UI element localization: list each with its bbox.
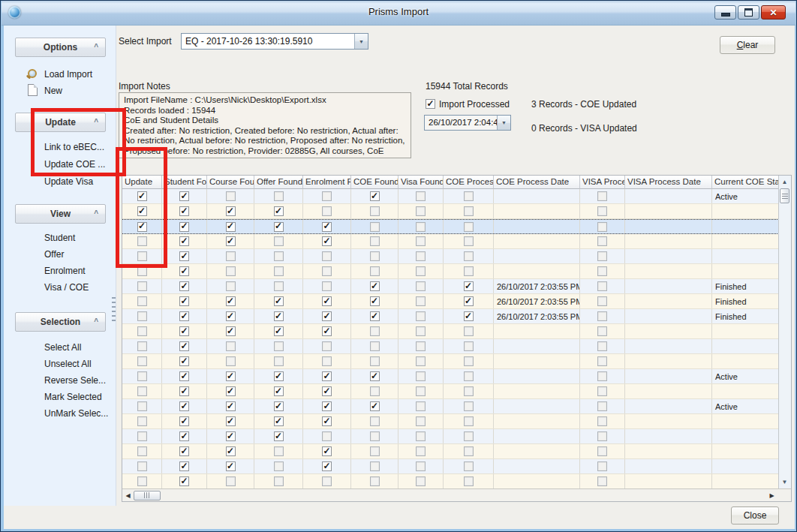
checkbox-student-found[interactable] (179, 281, 189, 291)
checkbox-course-found[interactable] (226, 401, 236, 411)
checkbox-coe-found[interactable] (370, 206, 380, 216)
column-header-update[interactable]: Update (122, 176, 162, 189)
checkbox-visa-processed[interactable] (597, 191, 607, 201)
checkbox-student-found[interactable] (179, 191, 189, 201)
checkbox-coe-found[interactable] (370, 281, 380, 291)
checkbox-enrolment-found[interactable] (322, 222, 332, 232)
table-row[interactable] (122, 354, 791, 369)
checkbox-coe-found[interactable] (370, 311, 380, 321)
checkbox-enrolment-found[interactable] (322, 251, 332, 261)
checkbox-visa-processed[interactable] (597, 416, 607, 426)
column-header-current-coe-status[interactable]: Current COE Status (712, 176, 780, 189)
checkbox-update[interactable] (137, 326, 147, 336)
checkbox-course-found[interactable] (226, 191, 236, 201)
sidebar-item-update-coe[interactable]: Update COE ... (44, 155, 116, 173)
checkbox-enrolment-found[interactable] (322, 386, 332, 396)
checkbox-student-found[interactable] (179, 431, 189, 441)
checkbox-student-found[interactable] (179, 326, 189, 336)
checkbox-offer-found[interactable] (274, 296, 284, 306)
vertical-scrollbar[interactable]: ▲ ▼ (778, 176, 791, 488)
column-header-coe-found[interactable]: COE Found (351, 176, 398, 189)
checkbox-coe-processed[interactable] (464, 416, 474, 426)
sidebar-item-load-import[interactable]: Load Import (44, 66, 116, 83)
column-header-visa-found[interactable]: Visa Found (398, 176, 444, 189)
checkbox-update[interactable] (137, 191, 147, 201)
sidebar-item-select-all[interactable]: Select All (44, 339, 116, 356)
checkbox-update[interactable] (137, 416, 147, 426)
checkbox-student-found[interactable] (179, 296, 189, 306)
checkbox-coe-found[interactable] (370, 446, 380, 456)
checkbox-coe-processed[interactable] (464, 356, 474, 366)
checkbox-visa-processed[interactable] (597, 311, 607, 321)
table-row[interactable] (122, 414, 791, 429)
checkbox-enrolment-found[interactable] (322, 266, 332, 276)
sidebar-item-offer[interactable]: Offer (44, 246, 116, 263)
checkbox-coe-found[interactable] (370, 386, 380, 396)
checkbox-update[interactable] (137, 311, 147, 321)
section-header-view[interactable]: View^ (15, 204, 106, 224)
checkbox-enrolment-found[interactable] (322, 311, 332, 321)
checkbox-update[interactable] (137, 266, 147, 276)
checkbox-coe-processed[interactable] (464, 476, 474, 486)
checkbox-coe-processed[interactable] (464, 251, 474, 261)
checkbox-course-found[interactable] (226, 431, 236, 441)
checkbox-student-found[interactable] (179, 371, 189, 381)
scroll-down-icon[interactable]: ▼ (779, 476, 790, 488)
checkbox-update[interactable] (137, 251, 147, 261)
checkbox-enrolment-found[interactable] (322, 461, 332, 471)
checkbox-visa-found[interactable] (416, 431, 426, 441)
checkbox-offer-found[interactable] (274, 236, 284, 246)
checkbox-enrolment-found[interactable] (322, 476, 332, 486)
checkbox-coe-processed[interactable] (464, 326, 474, 336)
table-row[interactable] (122, 324, 791, 339)
checkbox-update[interactable] (137, 386, 147, 396)
checkbox-visa-processed[interactable] (597, 281, 607, 291)
checkbox-visa-processed[interactable] (597, 206, 607, 216)
checkbox-course-found[interactable] (226, 341, 236, 351)
checkbox-offer-found[interactable] (274, 386, 284, 396)
checkbox-update[interactable] (137, 446, 147, 456)
checkbox-visa-processed[interactable] (597, 296, 607, 306)
checkbox-coe-found[interactable] (370, 326, 380, 336)
checkbox-student-found[interactable] (179, 416, 189, 426)
sidebar-item-mark-selected[interactable]: Mark Selected (44, 389, 116, 405)
close-button[interactable]: Close (731, 506, 779, 524)
checkbox-enrolment-found[interactable] (322, 281, 332, 291)
checkbox-visa-found[interactable] (416, 222, 426, 232)
checkbox-visa-found[interactable] (416, 341, 426, 351)
import-processed-checkbox[interactable] (426, 99, 435, 109)
checkbox-visa-processed[interactable] (597, 222, 607, 232)
checkbox-enrolment-found[interactable] (322, 206, 332, 216)
horizontal-scrollbar-thumb[interactable] (134, 491, 161, 500)
table-row[interactable]: 26/10/2017 2:03:55 PMFinished (122, 309, 791, 324)
checkbox-course-found[interactable] (226, 206, 236, 216)
checkbox-visa-processed[interactable] (597, 401, 607, 411)
checkbox-coe-processed[interactable] (464, 191, 474, 201)
checkbox-offer-found[interactable] (274, 476, 284, 486)
checkbox-visa-processed[interactable] (597, 326, 607, 336)
checkbox-visa-found[interactable] (416, 371, 426, 381)
checkbox-coe-processed[interactable] (464, 222, 474, 232)
checkbox-enrolment-found[interactable] (322, 431, 332, 441)
checkbox-update[interactable] (137, 222, 147, 232)
checkbox-coe-found[interactable] (370, 416, 380, 426)
section-header-selection[interactable]: Selection^ (15, 312, 106, 332)
checkbox-update[interactable] (137, 206, 147, 216)
checkbox-coe-processed[interactable] (464, 386, 474, 396)
checkbox-coe-processed[interactable] (464, 266, 474, 276)
checkbox-enrolment-found[interactable] (322, 356, 332, 366)
maximize-button[interactable] (738, 5, 759, 20)
checkbox-student-found[interactable] (179, 251, 189, 261)
process-time-combo[interactable]: 26/10/2017 2:04:49 ▼ (424, 115, 511, 131)
checkbox-update[interactable] (137, 476, 147, 486)
checkbox-course-found[interactable] (226, 236, 236, 246)
vertical-scrollbar-thumb[interactable] (780, 188, 789, 203)
column-header-coe-processed[interactable]: COE Processed (444, 176, 494, 189)
section-header-update[interactable]: Update^ (15, 113, 106, 132)
checkbox-update[interactable] (137, 401, 147, 411)
checkbox-course-found[interactable] (226, 222, 236, 232)
table-row[interactable] (122, 339, 791, 354)
checkbox-course-found[interactable] (226, 281, 236, 291)
select-import-dropdown-button[interactable]: ▼ (354, 34, 368, 49)
checkbox-visa-processed[interactable] (597, 461, 607, 471)
